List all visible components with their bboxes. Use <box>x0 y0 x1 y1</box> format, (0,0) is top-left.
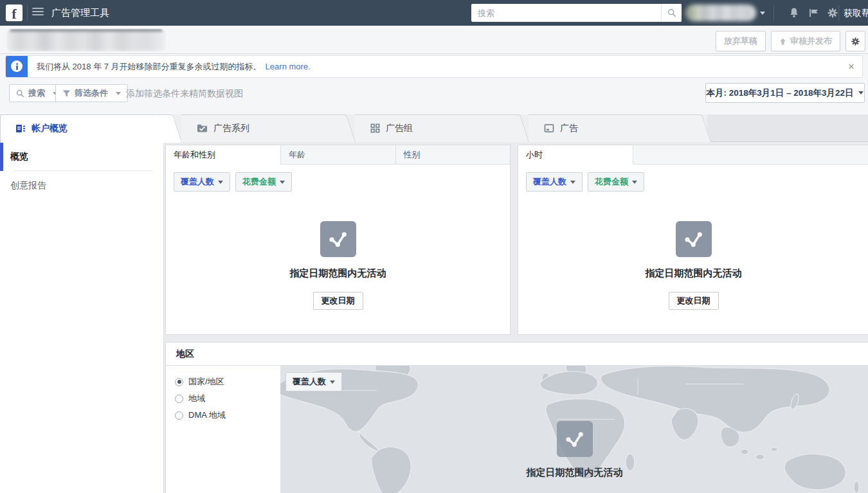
age-gender-panel-tabs: 年龄和性别 年龄 性别 <box>166 145 510 165</box>
menu-icon[interactable] <box>32 8 44 17</box>
chevron-down-icon <box>330 381 335 384</box>
chart-placeholder-icon <box>676 221 712 257</box>
chevron-down-icon <box>858 91 863 94</box>
radio-icon <box>175 378 183 386</box>
campaign-folder-icon <box>197 123 208 133</box>
panel-title-age-gender: 年龄和性别 <box>166 145 280 165</box>
radio-icon <box>175 395 183 403</box>
top-navigation-bar: f 广告管理工具 获取帮助 <box>0 0 868 26</box>
tab-account-overview[interactable]: 帐户概览 <box>0 114 181 143</box>
chart-placeholder-icon <box>320 221 356 257</box>
notifications-button[interactable] <box>786 0 802 26</box>
empty-state-message: 指定日期范围内无活动 <box>646 267 742 280</box>
search-icon <box>16 89 24 98</box>
arrow-up-icon <box>779 38 786 45</box>
chevron-down-icon <box>760 12 765 15</box>
redacted-username <box>685 4 756 21</box>
draft-actions: 放弃草稿 审核并发布 <box>716 31 865 51</box>
divider <box>773 5 774 21</box>
gear-icon <box>851 37 860 46</box>
chevron-down-icon <box>570 181 575 184</box>
radio-icon <box>175 411 183 420</box>
empty-state: 指定日期范围内无活动 <box>280 421 868 479</box>
hour-panel: 小时 覆盖人数 花费金额 指定日期范围内无活动 更改日期 <box>518 145 868 335</box>
chevron-down-icon <box>116 92 121 95</box>
panel-title-hour: 小时 <box>518 145 633 165</box>
age-gender-panel: 年龄和性别 年龄 性别 覆盖人数 花费金额 指定日期范围内无活动 更改日期 <box>165 145 511 335</box>
spend-metric-dropdown[interactable]: 花费金额 <box>235 172 292 192</box>
user-menu[interactable] <box>685 4 765 22</box>
discard-draft-button[interactable]: 放弃草稿 <box>716 31 766 51</box>
filter-hint-text: 添加筛选条件来精简数据视图 <box>126 84 243 102</box>
empty-state: 指定日期范围内无活动 更改日期 <box>174 221 502 310</box>
draft-settings-button[interactable] <box>845 31 865 51</box>
radio-region[interactable]: 地域 <box>175 393 280 404</box>
overview-sidebar: 概览 创意报告 <box>0 142 164 493</box>
region-panel-title: 地区 <box>166 343 868 366</box>
divider <box>838 5 839 21</box>
ad-sets-grid-icon <box>370 123 380 133</box>
region-panel: 地区 国家/地区 地域 DMA 地域 <box>165 342 868 493</box>
hour-panel-tab-filler <box>633 145 868 165</box>
tab-campaigns[interactable]: 广告系列 <box>181 114 355 142</box>
radio-country-region[interactable]: 国家/地区 <box>175 376 280 388</box>
search-input[interactable] <box>471 4 661 22</box>
region-panel-body: 国家/地区 地域 DMA 地域 <box>166 366 868 493</box>
empty-state-message: 指定日期范围内无活动 <box>527 467 623 479</box>
spend-metric-dropdown[interactable]: 花费金额 <box>588 172 644 192</box>
reach-metric-dropdown[interactable]: 覆盖人数 <box>285 372 342 391</box>
search-icon <box>667 8 676 17</box>
redacted-account-tab-edge <box>10 29 162 31</box>
change-date-button[interactable]: 更改日期 <box>669 292 719 310</box>
sidebar-item-overview[interactable]: 概览 <box>0 142 163 171</box>
funnel-icon <box>62 89 71 98</box>
ads-icon <box>544 123 554 133</box>
nav-tabs-row: 帐户概览 广告系列 广告组 广告 <box>0 114 868 142</box>
subtab-gender[interactable]: 性别 <box>395 145 511 165</box>
gear-icon <box>827 7 838 19</box>
flags-button[interactable] <box>805 0 822 26</box>
chevron-down-icon <box>280 181 285 184</box>
change-date-button[interactable]: 更改日期 <box>313 292 363 310</box>
sidebar-item-creative-reporting[interactable]: 创意报告 <box>0 171 163 200</box>
get-help-link[interactable]: 获取帮助 <box>844 0 868 26</box>
review-publish-button[interactable]: 审核并发布 <box>771 31 840 51</box>
empty-state: 指定日期范围内无活动 更改日期 <box>526 221 861 310</box>
chevron-down-icon <box>632 181 637 184</box>
world-map: 覆盖人数 指定日期范围内无活动 <box>280 366 868 493</box>
empty-state-message: 指定日期范围内无活动 <box>290 267 386 280</box>
filters-dropdown[interactable]: 筛选条件 <box>55 84 128 102</box>
bell-icon <box>788 7 800 19</box>
learn-more-link[interactable]: Learn more. <box>266 62 311 71</box>
banner-message: 我们将从 2018 年 7 月开始移除部分重复多余或过期的指标。 <box>37 61 262 73</box>
account-overview-icon <box>15 123 26 134</box>
chart-placeholder-icon <box>557 421 593 457</box>
tab-ads[interactable]: 广告 <box>529 114 710 142</box>
hour-panel-tabs: 小时 <box>518 145 868 165</box>
search-bar <box>471 4 682 22</box>
redacted-account-tab[interactable] <box>6 29 166 51</box>
reach-metric-dropdown[interactable]: 覆盖人数 <box>526 172 583 192</box>
info-icon <box>6 56 28 77</box>
chevron-down-icon <box>218 181 223 184</box>
reach-metric-dropdown[interactable]: 覆盖人数 <box>174 172 230 192</box>
facebook-logo-letter: f <box>12 6 16 22</box>
close-icon[interactable]: × <box>848 61 854 72</box>
redacted-account-name <box>6 29 166 51</box>
deprecation-notice-banner: 我们将从 2018 年 7 月开始移除部分重复多余或过期的指标。 Learn m… <box>5 55 863 78</box>
subtab-age[interactable]: 年龄 <box>280 145 395 165</box>
region-options: 国家/地区 地域 DMA 地域 <box>166 366 280 493</box>
hour-panel-body: 覆盖人数 花费金额 指定日期范围内无活动 更改日期 <box>518 165 868 334</box>
age-gender-panel-body: 覆盖人数 花费金额 指定日期范围内无活动 更改日期 <box>166 165 510 334</box>
radio-dma[interactable]: DMA 地域 <box>175 409 280 421</box>
flag-icon <box>808 8 819 18</box>
divider <box>27 5 28 21</box>
ads-manager-screen: f 广告管理工具 获取帮助 <box>0 0 868 493</box>
app-title: 广告管理工具 <box>51 0 109 26</box>
date-range-dropdown[interactable]: 本月: 2018年3月1日 – 2018年3月22日 <box>705 83 865 103</box>
draft-toolbar: 放弃草稿 审核并发布 <box>0 26 868 54</box>
tab-ad-sets[interactable]: 广告组 <box>355 114 529 142</box>
search-button[interactable] <box>661 4 682 22</box>
facebook-logo[interactable]: f <box>6 4 23 21</box>
